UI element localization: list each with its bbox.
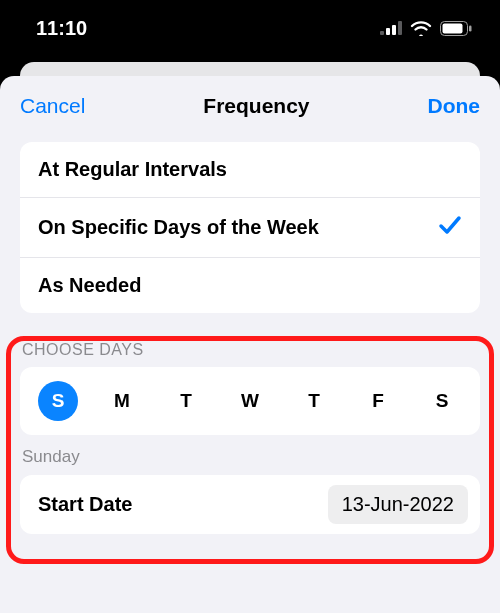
status-time: 11:10	[36, 17, 87, 40]
choose-days-header: CHOOSE DAYS	[22, 341, 480, 359]
day-saturday[interactable]: S	[422, 390, 462, 412]
cancel-button[interactable]: Cancel	[20, 94, 85, 118]
day-tuesday[interactable]: T	[166, 390, 206, 412]
option-label: On Specific Days of the Week	[38, 216, 319, 239]
start-date-label: Start Date	[38, 493, 132, 516]
option-label: As Needed	[38, 274, 141, 297]
day-sunday[interactable]: S	[38, 381, 78, 421]
done-button[interactable]: Done	[427, 94, 480, 118]
svg-rect-0	[380, 31, 384, 35]
status-indicators	[380, 20, 472, 36]
day-friday[interactable]: F	[358, 390, 398, 412]
battery-icon	[440, 21, 472, 36]
status-bar: 11:10	[0, 0, 500, 56]
option-regular-intervals[interactable]: At Regular Intervals	[20, 142, 480, 197]
days-of-week-picker: S M T W T F S	[20, 367, 480, 435]
page-title: Frequency	[203, 94, 309, 118]
modal-sheet: Cancel Frequency Done At Regular Interva…	[0, 76, 500, 613]
start-date-row[interactable]: Start Date 13-Jun-2022	[20, 475, 480, 534]
start-date-value[interactable]: 13-Jun-2022	[328, 485, 468, 524]
day-thursday[interactable]: T	[294, 390, 334, 412]
checkmark-icon	[438, 214, 462, 241]
option-label: At Regular Intervals	[38, 158, 227, 181]
selected-day-label: Sunday	[22, 447, 480, 467]
day-wednesday[interactable]: W	[230, 390, 270, 412]
nav-bar: Cancel Frequency Done	[0, 76, 500, 128]
svg-rect-3	[398, 21, 402, 35]
frequency-options-group: At Regular Intervals On Specific Days of…	[20, 142, 480, 313]
wifi-icon	[410, 20, 432, 36]
option-as-needed[interactable]: As Needed	[20, 257, 480, 313]
option-specific-days[interactable]: On Specific Days of the Week	[20, 197, 480, 257]
svg-rect-2	[392, 25, 396, 35]
svg-rect-5	[443, 23, 463, 33]
day-monday[interactable]: M	[102, 390, 142, 412]
cellular-icon	[380, 21, 402, 35]
svg-rect-1	[386, 28, 390, 35]
svg-rect-6	[469, 25, 472, 31]
